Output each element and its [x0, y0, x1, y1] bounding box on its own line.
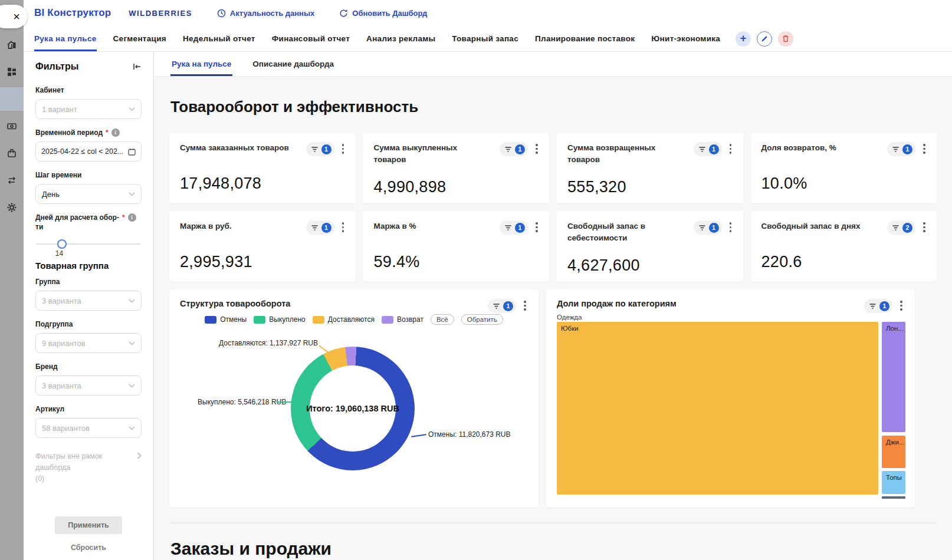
legend-item-return[interactable]: Возврат: [382, 315, 424, 324]
time-step-select[interactable]: День: [35, 184, 142, 204]
collapse-left-icon: [132, 62, 142, 71]
outer-filters-link[interactable]: Фильтры вне рамок дашборда(0): [35, 451, 142, 484]
tab-weekly-report[interactable]: Недельный отчет: [183, 27, 255, 51]
sidebar-item-settings[interactable]: [0, 196, 24, 219]
kebab-menu-button[interactable]: [920, 220, 928, 232]
turnover-days-slider[interactable]: 14: [37, 239, 140, 255]
refresh-dashboard-link[interactable]: Обновить Дашборд: [339, 9, 427, 18]
sidebar-item-home[interactable]: [0, 33, 24, 57]
filter-chip[interactable]: 1: [488, 299, 516, 313]
filter-count-badge: 1: [503, 301, 513, 311]
kpi-card-purchased: Сумма выкупленных товаров 1 4,990,898: [363, 133, 550, 203]
tab-supply-planning[interactable]: Планирование поставок: [535, 27, 635, 51]
reset-button[interactable]: Сбросить: [24, 543, 153, 552]
sidebar-item-current[interactable]: [0, 87, 24, 111]
subgroup-select[interactable]: 9 вариантов: [35, 333, 142, 353]
filter-chip[interactable]: 1: [500, 220, 528, 235]
filter-chip[interactable]: 1: [864, 299, 892, 313]
tab-unit-economics[interactable]: Юнит-экономика: [651, 27, 720, 51]
kebab-menu-button[interactable]: [533, 142, 541, 154]
subtab-ruka-na-pulse[interactable]: Рука на пульсе: [170, 52, 232, 76]
tab-ruka-na-pulse[interactable]: Рука на пульсе: [34, 27, 97, 51]
tab-financial-report[interactable]: Финансовый отчет: [272, 27, 350, 51]
treemap-node-jeans[interactable]: Джи...: [882, 436, 905, 468]
add-dashboard-button[interactable]: +: [736, 31, 751, 47]
filter-chip[interactable]: 1: [694, 220, 722, 235]
donut-chart[interactable]: Итого: 19,060,138 RUB: [291, 347, 415, 470]
filter-chip[interactable]: 1: [306, 142, 334, 156]
shopping-bag-icon: [6, 148, 17, 159]
brand-select[interactable]: 3 варианта: [35, 375, 142, 396]
kpi-value: 10.0%: [761, 174, 807, 193]
sidebar-item-dashboards[interactable]: [0, 60, 24, 84]
kpi-card-return-share: Доля возвратов, % 1 10.0%: [751, 133, 937, 203]
turnover-structure-card: Структура товарооборота 1 Отмены Выкупле…: [169, 289, 539, 508]
treemap-node-longsleeves[interactable]: Лон...: [882, 322, 905, 432]
info-icon[interactable]: i: [111, 129, 120, 137]
kebab-menu-button[interactable]: [897, 299, 905, 311]
legend-item-cancelled[interactable]: Отмены: [205, 315, 247, 324]
pencil-icon: [761, 35, 768, 42]
time-step-value: День: [42, 190, 60, 199]
treemap: Юбки Лон... Джи... Топы: [557, 322, 905, 499]
kebab-menu-button[interactable]: [920, 142, 928, 154]
legend-select-all-button[interactable]: Всё: [431, 314, 454, 325]
filter-chip[interactable]: 1: [306, 220, 334, 235]
legend-invert-button[interactable]: Обратить: [461, 314, 503, 325]
subtab-description[interactable]: Описание дашборда: [251, 52, 335, 76]
info-icon[interactable]: i: [128, 213, 136, 222]
filter-chip[interactable]: 1: [887, 142, 915, 156]
funnel-icon: [869, 302, 877, 310]
filter-chip[interactable]: 1: [500, 142, 528, 156]
data-freshness-link[interactable]: Актуальность данных: [217, 9, 314, 18]
kpi-label: Сумма возвращенных товаров: [567, 142, 679, 165]
group-select[interactable]: 3 варианта: [35, 291, 142, 311]
delete-dashboard-button[interactable]: [778, 31, 793, 47]
kebab-menu-button[interactable]: [339, 142, 347, 154]
kebab-menu-button[interactable]: [533, 220, 541, 232]
chevron-right-icon: [137, 452, 142, 459]
leader-line: [277, 401, 292, 403]
tab-stock[interactable]: Товарный запас: [452, 27, 518, 51]
legend-swatch: [205, 316, 216, 324]
slider-handle[interactable]: [57, 239, 67, 249]
filter-chip[interactable]: 2: [887, 220, 915, 235]
funnel-icon: [504, 146, 512, 153]
funnel-icon: [311, 224, 319, 232]
article-select[interactable]: 58 вариантов: [35, 418, 142, 438]
apply-button[interactable]: Применить: [55, 516, 122, 534]
cabinet-select[interactable]: 1 вариант: [35, 99, 142, 119]
filter-chip[interactable]: 1: [694, 142, 722, 156]
tab-segmentation[interactable]: Сегментация: [113, 27, 166, 51]
edit-dashboard-button[interactable]: [757, 31, 772, 47]
sidebar-item-transfer[interactable]: [0, 169, 24, 192]
legend-item-delivering[interactable]: Доставляются: [313, 315, 375, 324]
funnel-icon: [504, 224, 512, 232]
period-input[interactable]: 2025-04-22 ≤ col < 202...: [35, 141, 142, 162]
treemap-node-sliver[interactable]: [882, 496, 905, 499]
main-content: Рука на пульсе Описание дашборда Товароо…: [154, 52, 952, 560]
product-group-section-title: Товарная группа: [35, 261, 142, 271]
top-header: BI Конструктор WILDBERRIES Актуальность …: [24, 0, 952, 26]
legend-item-purchased[interactable]: Выкуплено: [254, 315, 306, 324]
funnel-icon: [493, 302, 500, 310]
collapse-panel-button[interactable]: [132, 62, 142, 71]
chevron-down-icon: [129, 107, 135, 111]
sidebar-item-finance[interactable]: [0, 114, 24, 138]
chevron-down-icon: [129, 299, 135, 303]
treemap-node-tops[interactable]: Топы: [882, 471, 905, 494]
kebab-menu-button[interactable]: [727, 142, 735, 154]
tab-ads-analysis[interactable]: Анализ рекламы: [366, 27, 435, 51]
kebab-menu-button[interactable]: [727, 220, 735, 232]
sidebar-item-orders[interactable]: [0, 141, 24, 165]
group-label: Группа: [35, 278, 142, 286]
filter-count-badge: 2: [902, 223, 912, 233]
kebab-menu-button[interactable]: [521, 299, 529, 311]
treemap-group-label: Одежда: [557, 314, 582, 321]
kebab-menu-button[interactable]: [339, 220, 347, 232]
cabinet-label: Кабинет: [35, 86, 142, 94]
treemap-node-skirts[interactable]: Юбки: [557, 322, 878, 495]
turnover-days-label: Дней для расчета обор-* i: [35, 213, 142, 222]
close-button[interactable]: ×: [0, 5, 27, 28]
app-logo: BI Конструктор: [34, 7, 111, 19]
